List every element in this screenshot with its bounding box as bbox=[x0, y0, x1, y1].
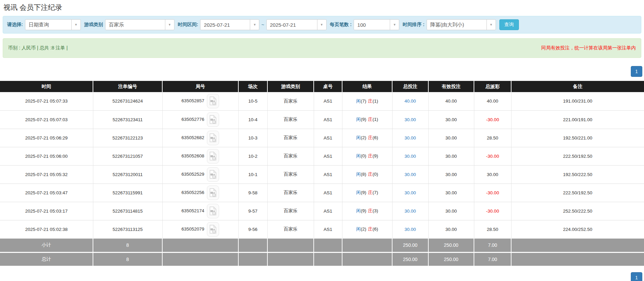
total-bet-link[interactable]: 30.00 bbox=[405, 117, 416, 122]
valid-bet-cell: 30.00 bbox=[428, 165, 474, 183]
payout-cell: 28.50 bbox=[474, 129, 511, 147]
date-from-select[interactable]: 2025-07-21 ▼ bbox=[200, 19, 259, 30]
time-cell: 2025-07-21 05:06:29 bbox=[0, 129, 93, 147]
page-size-select[interactable]: 100 ▼ bbox=[354, 19, 399, 30]
remark-cell: 191.00/231.00 bbox=[511, 92, 644, 110]
payout-cell: -30.00 bbox=[474, 110, 511, 129]
table-no-cell: AS1 bbox=[314, 147, 342, 165]
result-cell: 闲(8)庄(0) bbox=[342, 165, 392, 183]
session-cell: 10-5 bbox=[238, 92, 267, 110]
video-replay-button[interactable] bbox=[207, 131, 219, 145]
video-replay-button[interactable] bbox=[207, 94, 219, 108]
video-file-icon bbox=[209, 96, 217, 106]
col-bet-id: 注单编号 bbox=[93, 81, 162, 92]
total-bet-link[interactable]: 40.00 bbox=[405, 99, 416, 104]
bet-id-cell: 522673124624 bbox=[93, 92, 162, 110]
payout-cell: -30.00 bbox=[474, 183, 511, 202]
bet-id-cell: 522673120011 bbox=[93, 165, 162, 183]
chevron-down-icon: ▼ bbox=[486, 20, 496, 30]
table-row: 2025-07-21 05:03:47 522673115991 6350522… bbox=[0, 183, 644, 202]
table-no-cell: AS1 bbox=[314, 165, 342, 183]
round-id-text: 635052079 bbox=[182, 226, 205, 232]
query-type-select[interactable]: 日期查询 ▼ bbox=[25, 19, 81, 30]
round-id-text: 635052857 bbox=[182, 98, 205, 103]
time-sort-select[interactable]: 降冪(由大到小) ▼ bbox=[427, 19, 496, 30]
round-id-cell: 635052857 bbox=[162, 92, 238, 110]
game-type-value: 百家乐 bbox=[105, 22, 165, 28]
result-player-score: (0) bbox=[361, 153, 366, 158]
video-replay-button[interactable] bbox=[207, 167, 219, 182]
date-to-select[interactable]: 2025-07-21 ▼ bbox=[266, 19, 327, 30]
session-cell: 9-56 bbox=[238, 220, 267, 238]
total-empty bbox=[238, 252, 267, 266]
round-id-text: 635052682 bbox=[182, 135, 205, 140]
col-result: 结果 bbox=[342, 81, 392, 92]
time-cell: 2025-07-21 05:03:17 bbox=[0, 202, 93, 220]
video-replay-button[interactable] bbox=[207, 149, 219, 164]
table-row: 2025-07-21 05:03:17 522673114815 6350521… bbox=[0, 202, 644, 220]
total-bet-cell: 30.00 bbox=[392, 110, 428, 129]
col-total-bet: 总投注 bbox=[392, 81, 428, 92]
time-sort-value: 降冪(由大到小) bbox=[427, 22, 486, 28]
time-sort-label: 时间排序 : bbox=[403, 22, 425, 28]
total-bet-link[interactable]: 30.00 bbox=[405, 190, 416, 195]
round-id-text: 635052776 bbox=[182, 117, 205, 122]
valid-bet-cell: 30.00 bbox=[428, 202, 474, 220]
chevron-down-icon: ▼ bbox=[71, 20, 80, 30]
result-banker-score: (7) bbox=[373, 190, 378, 195]
video-replay-button[interactable] bbox=[207, 204, 219, 218]
table-row: 2025-07-21 05:07:03 522673123411 6350527… bbox=[0, 110, 644, 129]
game-type-cell: 百家乐 bbox=[267, 183, 314, 202]
chevron-down-icon: ▼ bbox=[390, 20, 399, 30]
game-type-select[interactable]: 百家乐 ▼ bbox=[105, 19, 174, 30]
result-banker-label: 庄 bbox=[368, 135, 373, 140]
payout-cell: -30.00 bbox=[474, 147, 511, 165]
time-cell: 2025-07-21 05:03:47 bbox=[0, 183, 93, 202]
session-cell: 10-1 bbox=[238, 165, 267, 183]
currency-total-text: 币别 : 人民币 | 总共 :8 注单 | bbox=[8, 45, 68, 51]
result-player-score: (7) bbox=[361, 99, 366, 104]
table-no-cell: AS1 bbox=[314, 220, 342, 238]
total-bet-link[interactable]: 30.00 bbox=[405, 135, 416, 140]
result-player-label: 闲 bbox=[356, 153, 361, 158]
video-file-icon bbox=[209, 133, 217, 143]
total-bet-cell: 30.00 bbox=[392, 220, 428, 238]
subtotal-label: 小计 bbox=[0, 238, 93, 252]
query-type-label: 请选择: bbox=[7, 22, 23, 28]
video-replay-button[interactable] bbox=[207, 186, 219, 200]
subtotal-total-bet: 250.00 bbox=[392, 238, 428, 252]
result-player-score: (9) bbox=[361, 117, 366, 122]
filter-bar: 请选择: 日期查询 ▼ 游戏类别 百家乐 ▼ 时间区间: 2025-07-21 … bbox=[3, 16, 641, 34]
game-type-cell: 百家乐 bbox=[267, 202, 314, 220]
table-header-row: 时间 注单编号 局号 场次 游戏类别 桌号 结果 总投注 有效投注 总派彩 备注 bbox=[0, 81, 644, 92]
subtotal-row: 小计 8 250.00 250.00 7.00 bbox=[0, 238, 644, 252]
total-bet-link[interactable]: 30.00 bbox=[405, 172, 416, 177]
remark-cell: 192.50/221.00 bbox=[511, 129, 644, 147]
total-bet-cell: 30.00 bbox=[392, 147, 428, 165]
result-player-label: 闲 bbox=[356, 172, 361, 177]
round-id-text: 635052256 bbox=[182, 190, 205, 195]
result-banker-label: 庄 bbox=[368, 99, 373, 104]
valid-bet-cell: 30.00 bbox=[428, 220, 474, 238]
total-bet-link[interactable]: 30.00 bbox=[405, 209, 416, 214]
total-row: 总计 8 250.00 250.00 7.00 bbox=[0, 252, 644, 266]
video-replay-button[interactable] bbox=[207, 222, 219, 237]
result-banker-label: 庄 bbox=[368, 153, 373, 158]
total-empty bbox=[162, 252, 238, 266]
result-banker-score: (0) bbox=[373, 172, 378, 177]
video-replay-button[interactable] bbox=[207, 112, 219, 127]
time-cell: 2025-07-21 05:05:32 bbox=[0, 165, 93, 183]
page-1-button[interactable]: 1 bbox=[631, 272, 642, 281]
total-bet-cell: 40.00 bbox=[392, 92, 428, 110]
round-id-cell: 635052608 bbox=[162, 147, 238, 165]
valid-bet-note: 同局有效投注，统一计算在该局第一张注单内 bbox=[541, 45, 636, 51]
subtotal-empty bbox=[314, 238, 342, 252]
total-bet-link[interactable]: 30.00 bbox=[405, 227, 416, 232]
page-1-button[interactable]: 1 bbox=[631, 66, 642, 77]
search-button[interactable]: 查询 bbox=[499, 19, 519, 30]
result-cell: 闲(2)庄(6) bbox=[342, 220, 392, 238]
video-file-icon bbox=[209, 225, 217, 234]
total-bet-link[interactable]: 30.00 bbox=[405, 154, 416, 159]
table-no-cell: AS1 bbox=[314, 183, 342, 202]
bet-records-table: 时间 注单编号 局号 场次 游戏类别 桌号 结果 总投注 有效投注 总派彩 备注… bbox=[0, 81, 644, 267]
